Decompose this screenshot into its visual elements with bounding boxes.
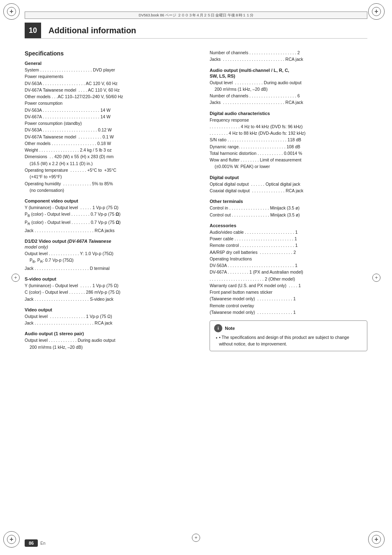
video-output-lines: Output level . . . . . . . . . . . . . .… — [25, 313, 198, 327]
audio-multi-section: Audio output (multi-channel / L, R, C, S… — [210, 68, 367, 106]
digital-audio-title: Digital audio characteristics — [210, 111, 367, 116]
other-terminals-lines: Control in . . . . . . . . . . . . . . .… — [210, 205, 367, 218]
general-line-17: Operating humidity . . . . . . . . . . .… — [25, 180, 198, 187]
acc-line-4: Operating Instructions — [210, 256, 367, 262]
amul-line-2: Number of channels . . . . . . . . . . .… — [210, 92, 367, 99]
acc-line-10: (Taiwanese model only) . . . . . . . . .… — [210, 295, 367, 302]
general-line-18: (no condensation) — [25, 187, 198, 193]
d1d2-line-2: Jack . . . . . . . . . . . . . . . . . .… — [25, 265, 198, 272]
acc-line-0: Audio/video cable . . . . . . . . . . . … — [210, 229, 367, 235]
header-divider — [25, 38, 367, 39]
audio-channels-lines: Number of channels . . . . . . . . . . .… — [210, 49, 367, 63]
comp-line-2: PR (color) - Output level . . . . . . . … — [25, 219, 198, 227]
digital-audio-section: Digital audio characteristics Frequency … — [210, 111, 367, 170]
component-video-title: Component video output — [25, 198, 198, 203]
accessories-lines: Audio/video cable . . . . . . . . . . . … — [210, 229, 367, 315]
video-out-line-0: Output level . . . . . . . . . . . . . .… — [25, 313, 198, 320]
general-section: General System . . . . . . . . . . . . .… — [25, 61, 198, 193]
comp-line-3: Jack . . . . . . . . . . . . . . . . . .… — [25, 227, 198, 234]
acc-line-11: Remote control overlay — [210, 302, 367, 309]
audio-stereo-line-0: Output level . . . . . . . . . . . . Dur… — [25, 337, 198, 343]
da-line-2: . . . . . . . . 4 Hz to 88 kHz (DVD-Audi… — [210, 130, 367, 136]
spec-main-title: Specifications — [25, 50, 198, 57]
general-line-8: Power consumption (standby) — [25, 120, 198, 127]
chapter-title: Additional information — [48, 26, 136, 35]
note-bullet: • • The specifications and design of thi… — [216, 334, 363, 348]
video-output-title: Video output — [25, 307, 198, 312]
d1d2-video-lines: Output level . . . . . . . . . . . . . Y… — [25, 250, 198, 272]
audio-stereo-line-1: 200 mVrms (1 kHz, –20 dB) — [25, 344, 198, 350]
svideo-lines: Y (luminance) - Output level . . . . . 1… — [25, 282, 198, 302]
main-content: Specifications General System . . . . . … — [25, 45, 367, 530]
acc-line-5: DV-563A . . . . . . . . . . . . . . . . … — [210, 262, 367, 269]
general-title: General — [25, 61, 198, 66]
audio-multi-lines: Output level . . . . . . . . . . . . Dur… — [210, 79, 367, 106]
acc-line-6: DV-667A . . . . . . . . . 1 (PX and Aust… — [210, 269, 367, 275]
acc-line-9: Front panel button names sticker — [210, 289, 367, 295]
d1d2-line-0: Output level . . . . . . . . . . . . . Y… — [25, 250, 198, 257]
d1d2-video-section: D1/D2 Video output (DV-667A Taiwanese mo… — [25, 239, 198, 272]
acc-line-2: Remote control . . . . . . . . . . . . .… — [210, 242, 367, 249]
acc-line-8: Warranty card (U.S. and PX model only) .… — [210, 282, 367, 289]
da-line-6: Wow and flutter . . . . . . . . Limit of… — [210, 157, 367, 163]
video-output-section: Video output Output level . . . . . . . … — [25, 307, 198, 327]
d1d2-video-title: D1/D2 Video output (DV-667A Taiwanese — [25, 239, 198, 244]
ot-line-1: Control out . . . . . . . . . . . . . . … — [210, 212, 367, 218]
accessories-section: Accessories Audio/video cable . . . . . … — [210, 223, 367, 315]
da-line-1: . . . . . . . . . . . . . 4 Hz to 44 kHz… — [210, 123, 367, 130]
da-line-0: Frequency response — [210, 117, 367, 123]
general-line-0: System . . . . . . . . . . . . . . . . .… — [25, 67, 198, 73]
amul-line-0: Output level . . . . . . . . . . . . Dur… — [210, 79, 367, 86]
do-line-1: Coaxial digital output . . . . . . . . .… — [210, 187, 367, 194]
digital-output-title: Digital output — [210, 175, 367, 180]
acc-line-12: (Taiwanese model only) . . . . . . . . .… — [210, 309, 367, 315]
other-terminals-title: Other terminals — [210, 199, 367, 204]
digital-audio-lines: Frequency response . . . . . . . . . . .… — [210, 117, 367, 170]
accessories-title: Accessories — [210, 223, 367, 228]
note-title: Note — [225, 326, 235, 331]
amul-line-1: 200 mVrms (1 kHz, –20 dB) — [210, 86, 367, 92]
general-line-15: Operating temperature . . . . . . . +5°C… — [25, 167, 198, 173]
video-out-line-1: Jack . . . . . . . . . . . . . . . . . .… — [25, 320, 198, 326]
ach-line-0: Number of channels . . . . . . . . . . .… — [210, 49, 367, 56]
svideo-section: S-video output Y (luminance) - Output le… — [25, 276, 198, 302]
corner-mark-tl — [3, 3, 24, 24]
component-video-lines: Y (luminance) - Output level . . . . . 1… — [25, 204, 198, 234]
general-line-10: DV-667A Taiwanese model . . . . . . . . … — [25, 134, 198, 140]
chapter-header: 10 Additional information — [25, 23, 367, 38]
audio-stereo-title: Audio output (1 stereo pair) — [25, 331, 198, 336]
d1d2-video-title2: model only) — [25, 244, 198, 249]
do-line-0: Optical digital output . . . . . . Optic… — [210, 181, 367, 187]
general-line-11: Other models . . . . . . . . . . . . . .… — [25, 140, 198, 147]
left-column: Specifications General System . . . . . … — [25, 45, 198, 530]
reg-mark-bottom — [192, 532, 200, 543]
general-line-3: DV-667A Taiwanese model . . . . AC 110 V… — [25, 87, 198, 93]
note-content: • The specifications and design of this … — [219, 334, 363, 348]
audio-stereo-section: Audio output (1 stereo pair) Output leve… — [25, 331, 198, 350]
general-line-7: DV-667A . . . . . . . . . . . . . . . . … — [25, 113, 198, 120]
da-line-7: (±0.001% W. PEAK) or lower — [210, 163, 367, 170]
svideo-line-1: C (color) - Output level . . . . . . . 2… — [25, 289, 198, 295]
reg-bar-text: DV563.book 86 ページ ２００３年４月２５日 金曜日 午後８時１１分 — [138, 13, 253, 18]
general-line-13: Dimensions . . 420 (W) x 55 (H) x 283 (D… — [25, 153, 198, 160]
page-number: 86 — [25, 539, 38, 547]
other-terminals-section: Other terminals Control in . . . . . . .… — [210, 199, 367, 218]
corner-mark-br — [368, 531, 389, 552]
page-footer: 86 En — [25, 539, 45, 547]
svideo-title: S-video output — [25, 276, 198, 281]
comp-line-1: PB (color) - Output level . . . . . . . … — [25, 211, 198, 219]
general-line-1: Power requirements — [25, 73, 198, 80]
corner-mark-bl — [3, 531, 24, 552]
corner-mark-tr — [368, 3, 389, 24]
audio-multi-title2: SW, LS, RS) — [210, 74, 367, 78]
general-line-2: DV-563A . . . . . . . . . . . . . . . . … — [25, 80, 198, 87]
ot-line-0: Control in . . . . . . . . . . . . . . .… — [210, 205, 367, 211]
d1d2-line-1: PB, PR: 0.7 Vp-p (75Ω) — [25, 257, 198, 265]
da-line-4: Dynamic range. . . . . . . . . . . . . .… — [210, 143, 367, 150]
general-line-6: DV-563A . . . . . . . . . . . . . . . . … — [25, 107, 198, 113]
digital-output-section: Digital output Optical digital output . … — [210, 175, 367, 194]
chapter-number: 10 — [25, 23, 41, 38]
amul-line-3: Jacks . . . . . . . . . . . . . . . . . … — [210, 99, 367, 106]
general-line-9: DV-563A . . . . . . . . . . . . . . . . … — [25, 127, 198, 133]
note-box: Note • • The specifications and design o… — [210, 320, 367, 351]
